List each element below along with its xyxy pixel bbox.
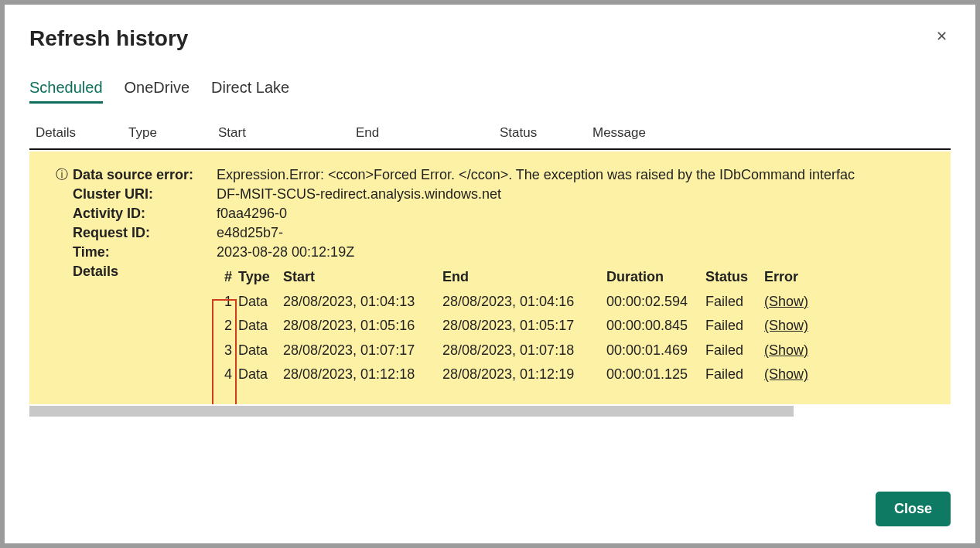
refresh-history-dialog: Refresh history ✕ Scheduled OneDrive Dir… [5,5,975,543]
show-error-link[interactable]: (Show) [764,362,808,387]
value-time: 2023-08-28 00:12:19Z [217,244,934,260]
value-request-id: e48d25b7- [217,225,934,241]
dialog-header: Refresh history ✕ [29,26,951,51]
cell-type: Data [238,362,283,387]
cell-dur: 00:00:01.469 [606,339,705,363]
cell-stat: Failed [705,290,764,315]
show-error-link[interactable]: (Show) [764,339,808,363]
cell-stat: Failed [705,339,764,363]
cell-type: Data [238,314,283,339]
tab-bar: Scheduled OneDrive Direct Lake [29,79,951,104]
head-stat: Status [705,265,764,290]
label-data-source-error: Data source error: [73,167,217,183]
cell-num: 3 [217,339,238,363]
dialog-footer: Close [876,492,951,526]
retry-attempts-table: # Type Start End Duration Status Error 1… [217,265,808,387]
label-details: Details [73,264,217,280]
label-activity-id: Activity ID: [73,206,217,222]
cell-dur: 00:00:02.594 [606,290,705,315]
head-start: Start [283,265,442,290]
tab-directlake[interactable]: Direct Lake [211,79,289,104]
cell-dur: 00:00:01.125 [606,362,705,387]
cell-num: 2 [217,314,238,339]
cell-start: 28/08/2023, 01:05:16 [283,314,442,339]
cell-type: Data [238,290,283,315]
label-request-id: Request ID: [73,225,217,241]
head-end: End [442,265,606,290]
retry-table-header: # Type Start End Duration Status Error [217,265,808,290]
column-headers: Details Type Start End Status Message [29,125,951,150]
cell-start: 28/08/2023, 01:04:13 [283,290,442,315]
dialog-title: Refresh history [29,26,188,51]
show-error-link[interactable]: (Show) [764,290,808,315]
col-message: Message [592,125,948,141]
retry-row: 2 Data 28/08/2023, 01:05:16 28/08/2023, … [217,314,808,339]
cell-end: 28/08/2023, 01:05:17 [442,314,606,339]
cell-num: 4 [217,362,238,387]
head-num: # [217,265,238,290]
head-err: Error [764,265,798,290]
error-details-panel: ⓘ Data source error: Expression.Error: <… [29,151,951,404]
head-dur: Duration [606,265,705,290]
cell-start: 28/08/2023, 01:12:18 [283,362,442,387]
head-type: Type [238,265,283,290]
cell-end: 28/08/2023, 01:12:19 [442,362,606,387]
col-status: Status [500,125,592,141]
retry-row: 4 Data 28/08/2023, 01:12:18 28/08/2023, … [217,362,808,387]
col-start: Start [218,125,356,141]
cell-type: Data [238,339,283,363]
col-end: End [356,125,500,141]
info-icon: ⓘ [56,167,68,183]
close-button[interactable]: Close [876,492,951,526]
tab-scheduled[interactable]: Scheduled [29,79,103,104]
value-data-source-error: Expression.Error: <ccon>Forced Error. </… [217,167,934,183]
cell-end: 28/08/2023, 01:07:18 [442,339,606,363]
tab-onedrive[interactable]: OneDrive [125,79,190,104]
cell-dur: 00:00:00.845 [606,314,705,339]
horizontal-scrollbar[interactable] [29,406,794,417]
retry-row: 3 Data 28/08/2023, 01:07:17 28/08/2023, … [217,339,808,363]
show-error-link[interactable]: (Show) [764,314,808,339]
close-icon[interactable]: ✕ [933,26,951,46]
cell-num: 1 [217,290,238,315]
error-info-block: Data source error: Expression.Error: <cc… [73,167,934,387]
col-details: Details [36,125,128,141]
label-time: Time: [73,244,217,260]
cell-stat: Failed [705,362,764,387]
cell-end: 28/08/2023, 01:04:16 [442,290,606,315]
value-activity-id: f0aa4296-0 [217,206,934,222]
history-table: Details Type Start End Status Message ⓘ … [29,125,951,417]
label-cluster-uri: Cluster URI: [73,186,217,203]
value-cluster-uri: DF-MSIT-SCUS-redirect.analysis.windows.n… [217,186,934,203]
retry-row: 1 Data 28/08/2023, 01:04:13 28/08/2023, … [217,290,808,315]
cell-stat: Failed [705,314,764,339]
cell-start: 28/08/2023, 01:07:17 [283,339,442,363]
col-type: Type [128,125,218,141]
